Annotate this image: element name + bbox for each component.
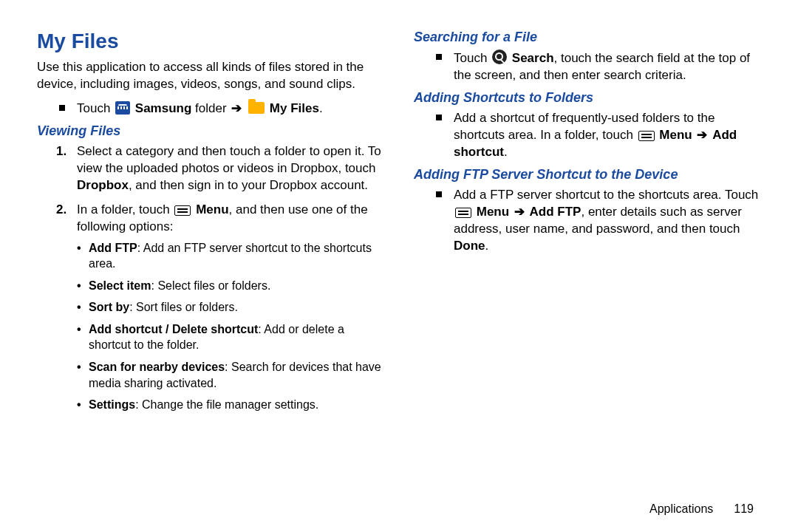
step-2: 2. In a folder, touch Menu, and then use… xyxy=(37,202,384,413)
footer-page-number: 119 xyxy=(734,502,754,515)
heading-viewing-files: Viewing Files xyxy=(37,123,384,139)
menu-icon xyxy=(455,208,471,218)
option-scan-devices: Scan for nearby devices: Search for devi… xyxy=(77,359,384,391)
option-select-item: Select item: Select files or folders. xyxy=(77,278,384,294)
menu-icon xyxy=(638,131,655,141)
samsung-icon xyxy=(115,101,130,115)
option-add-delete-shortcut: Add shortcut / Delete shortcut: Add or d… xyxy=(77,321,384,353)
ftp-instruction: Add a FTP server shortcut to the shortcu… xyxy=(414,187,761,255)
page-title: My Files xyxy=(37,30,384,53)
menu-icon xyxy=(174,205,191,216)
heading-ftp: Adding FTP Server Shortcut to the Device xyxy=(414,167,761,183)
footer-section: Applications xyxy=(649,502,713,515)
heading-shortcuts: Adding Shortcuts to Folders xyxy=(414,90,761,106)
step-1: 1. Select a category and then touch a fo… xyxy=(37,143,384,194)
nav-path: Touch Samsung folder ➔ My Files. xyxy=(37,100,384,117)
option-sort-by: Sort by: Sort files or folders. xyxy=(77,299,384,316)
folder-icon xyxy=(248,102,265,114)
intro-text: Use this application to access all kinds… xyxy=(37,59,384,93)
search-instruction: Touch Search, touch the search field at … xyxy=(414,50,761,84)
heading-searching: Searching for a File xyxy=(414,30,761,45)
search-icon xyxy=(492,50,507,64)
option-settings: Settings: Change the file manager settin… xyxy=(77,397,384,413)
page-footer: Applications119 xyxy=(649,502,754,516)
option-add-ftp: Add FTP: Add an FTP server shortcut to t… xyxy=(77,240,384,272)
shortcut-instruction: Add a shortcut of frequently-used folder… xyxy=(414,110,761,161)
